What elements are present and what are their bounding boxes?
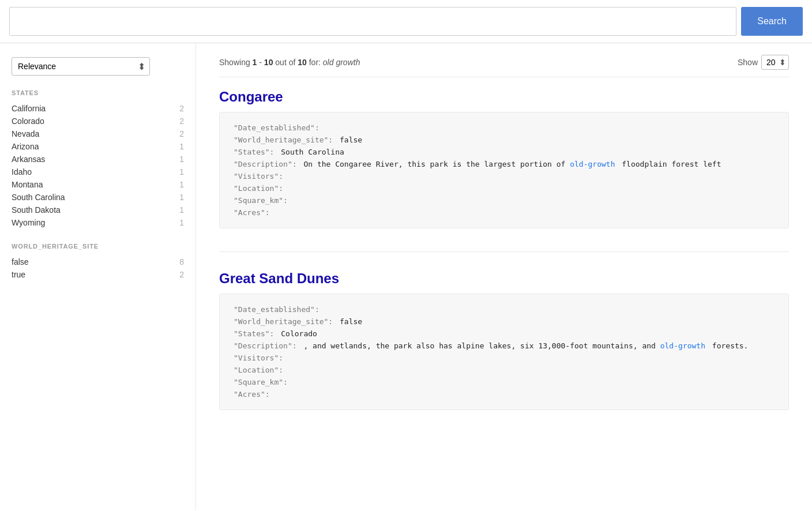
heritage-facet-item-false[interactable]: false 8 [12, 256, 184, 268]
state-name: Nevada [12, 129, 39, 138]
state-name: Idaho [12, 167, 32, 176]
result-field: "Visitors": [234, 170, 775, 182]
result-divider [219, 251, 789, 252]
main-layout: Relevance Date Name ⬍ STATES California … [0, 43, 812, 510]
state-name: South Carolina [12, 193, 65, 202]
result-field: "States": South Carolina [234, 146, 775, 158]
states-facet-item-california[interactable]: California 2 [12, 102, 184, 115]
show-label: Show [738, 58, 758, 67]
highlight-old-growth: old-growth [660, 341, 705, 350]
states-facet-item-idaho[interactable]: Idaho 1 [12, 166, 184, 178]
show-wrapper: Show 20 40 60 ⬍ [738, 55, 789, 70]
result-field: "States": Colorado [234, 328, 775, 340]
sort-select-wrapper: Relevance Date Name ⬍ [12, 57, 150, 76]
states-facet-item-wyoming[interactable]: Wyoming 1 [12, 216, 184, 229]
state-count: 1 [179, 167, 184, 176]
field-key: "Date_established": [234, 305, 319, 314]
state-name: Colorado [12, 117, 44, 126]
field-key: "Visitors": [234, 354, 283, 362]
search-input[interactable]: old growth [9, 7, 736, 36]
results-area: Showing 1 - 10 out of 10 for: old growth… [196, 43, 812, 510]
field-key: "World_heritage_site": [234, 136, 333, 144]
result-field: "Location": [234, 364, 775, 376]
field-value: On the Congaree River, this park is the … [303, 160, 570, 168]
result-body-great-sand-dunes: "Date_established": "World_heritage_site… [219, 294, 789, 410]
states-facet-item-south-carolina[interactable]: South Carolina 1 [12, 191, 184, 204]
field-value-after: forests. [708, 341, 748, 350]
show-select-wrapper: 20 40 60 ⬍ [761, 55, 789, 70]
heritage-count: 8 [179, 257, 184, 266]
sort-select[interactable]: Relevance Date Name [12, 57, 150, 76]
state-name: Arkansas [12, 155, 45, 164]
field-key: "Location": [234, 366, 283, 374]
results-start: 1 [253, 58, 257, 67]
highlight-old-growth: old-growth [570, 160, 615, 168]
states-facet-item-arizona[interactable]: Arizona 1 [12, 140, 184, 153]
states-facet-label: STATES [12, 89, 184, 96]
result-title-congaree[interactable]: Congaree [219, 89, 789, 105]
search-bar: old growth Search [0, 0, 812, 43]
result-card-great-sand-dunes: Great Sand Dunes "Date_established": "Wo… [219, 270, 789, 410]
state-count: 2 [179, 117, 184, 126]
states-facet-item-colorado[interactable]: Colorado 2 [12, 115, 184, 127]
results-query: old growth [323, 58, 360, 67]
result-field: "Acres": [234, 206, 775, 219]
results-end: 10 [264, 58, 273, 67]
state-name: Wyoming [12, 218, 45, 227]
result-field: "Visitors": [234, 352, 775, 364]
result-field: "Location": [234, 182, 775, 194]
field-key: "Square_km": [234, 378, 288, 386]
states-facet-item-south-dakota[interactable]: South Dakota 1 [12, 204, 184, 216]
states-facet-item-arkansas[interactable]: Arkansas 1 [12, 153, 184, 166]
field-key: "Date_established": [234, 123, 319, 132]
result-field: "Date_established": [234, 303, 775, 315]
search-button[interactable]: Search [741, 7, 803, 36]
heritage-facet-label: WORLD_HERITAGE_SITE [12, 243, 184, 250]
state-count: 2 [179, 104, 184, 113]
result-field-description: "Description": , and wetlands, the park … [234, 340, 775, 352]
result-card-congaree: Congaree "Date_established": "World_heri… [219, 89, 789, 228]
states-facet-group: STATES California 2 Colorado 2 Nevada 2 … [12, 89, 184, 229]
field-key: "Visitors": [234, 172, 283, 181]
field-value-after: floodplain forest left [617, 160, 721, 168]
field-value: false [340, 317, 362, 326]
result-field: "Square_km": [234, 376, 775, 388]
show-select[interactable]: 20 40 60 [761, 55, 789, 70]
result-title-great-sand-dunes[interactable]: Great Sand Dunes [219, 270, 789, 287]
state-count: 2 [179, 129, 184, 138]
sidebar: Relevance Date Name ⬍ STATES California … [0, 43, 196, 510]
field-key: "World_heritage_site": [234, 317, 333, 326]
heritage-count: 2 [179, 270, 184, 279]
heritage-value: false [12, 257, 29, 266]
heritage-value: true [12, 270, 25, 279]
result-body-congaree: "Date_established": "World_heritage_site… [219, 112, 789, 228]
result-field-description: "Description": On the Congaree River, th… [234, 158, 775, 170]
field-key: "States": [234, 329, 274, 338]
state-count: 1 [179, 205, 184, 215]
results-summary: Showing 1 - 10 out of 10 for: old growth [219, 58, 360, 67]
field-key: "Acres": [234, 208, 270, 217]
state-count: 1 [179, 180, 184, 189]
state-count: 1 [179, 155, 184, 164]
heritage-facet-item-true[interactable]: true 2 [12, 268, 184, 281]
field-value: Colorado [281, 329, 317, 338]
state-name: California [12, 104, 46, 113]
field-key: "States": [234, 148, 274, 156]
state-count: 1 [179, 193, 184, 202]
states-facet-item-montana[interactable]: Montana 1 [12, 178, 184, 191]
state-count: 1 [179, 218, 184, 227]
field-key: "Description": [234, 341, 297, 350]
states-facet-item-nevada[interactable]: Nevada 2 [12, 127, 184, 140]
result-field: "Square_km": [234, 194, 775, 206]
result-field: "Acres": [234, 388, 775, 400]
result-field: "World_heritage_site": false [234, 315, 775, 328]
result-field: "Date_established": [234, 122, 775, 134]
results-total: 10 [298, 58, 307, 67]
field-key: "Description": [234, 160, 297, 168]
result-field: "World_heritage_site": false [234, 134, 775, 146]
field-key: "Square_km": [234, 196, 288, 205]
heritage-facet-group: WORLD_HERITAGE_SITE false 8 true 2 [12, 243, 184, 281]
state-name: Arizona [12, 142, 39, 151]
field-value: , and wetlands, the park also has alpine… [303, 341, 660, 350]
state-name: South Dakota [12, 205, 61, 215]
